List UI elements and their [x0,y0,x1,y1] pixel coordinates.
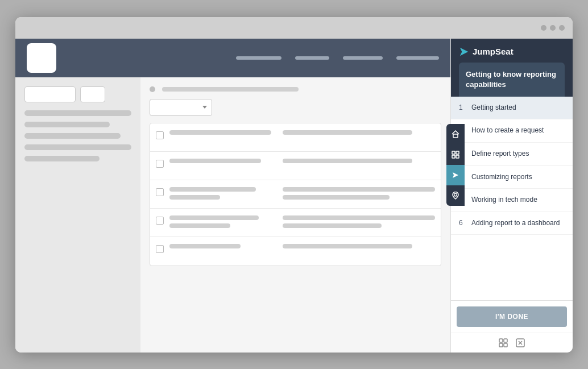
jumpseat-panel: JumpSeat Getting to know reporting capab… [450,39,573,353]
left-sidebar [15,77,140,353]
row-col-1 [169,244,271,248]
row-col-2 [283,130,435,135]
js-steps-list: 1 Getting started 2 How to create a requ… [451,97,573,300]
row-content [169,215,435,228]
step-number: 1 [459,103,467,111]
table-row [150,209,441,237]
svg-point-14 [454,193,457,196]
table-area [140,77,450,353]
cell-bar [169,187,256,192]
row-col-1 [169,159,271,163]
table-row [150,180,441,209]
step-label: Working in tech mode [471,196,537,205]
svg-rect-3 [499,343,503,347]
js-panel-title: Getting to know reporting capabilities [466,69,558,90]
row-col-1 [169,215,271,228]
js-title-box: Getting to know reporting capabilities [459,63,565,97]
sidebar-buttons [24,86,131,102]
row-checkbox[interactable] [156,245,164,253]
nav-link-3[interactable] [343,56,383,60]
row-checkbox[interactable] [156,160,164,168]
location-nav-icon[interactable] [446,185,465,206]
top-nav [15,39,450,77]
nav-link-4[interactable] [396,56,439,60]
svg-rect-9 [452,151,455,154]
sidebar-row-2 [24,122,110,127]
close-icon[interactable] [515,338,525,348]
svg-rect-11 [452,155,455,158]
js-bottom-icons [451,333,573,353]
row-col-2 [283,187,435,200]
step-label: Define report types [471,150,529,159]
cell-bar [283,223,382,228]
table-row [150,237,441,266]
table-row [150,152,441,180]
step-label: Getting started [471,103,516,113]
js-brand: JumpSeat [459,47,565,57]
step-item-1[interactable]: 1 Getting started [451,97,573,120]
row-content [169,130,435,135]
browser-window: JumpSeat Getting to know reporting capab… [15,17,573,353]
jumpseat-logo-icon [459,47,469,57]
row-content [169,187,435,200]
step-number: 6 [459,219,467,227]
row-checkbox[interactable] [156,131,164,139]
cell-bar [169,130,271,135]
nav-link-1[interactable] [236,56,281,60]
cell-bar [283,244,412,248]
nav-link-2[interactable] [295,56,329,60]
browser-chrome [15,17,573,39]
row-checkbox[interactable] [156,217,164,225]
arrow-nav-icon[interactable] [446,165,465,185]
svg-rect-10 [456,151,459,154]
table-search-bar [162,87,299,92]
svg-rect-2 [504,339,507,342]
grid-icon[interactable] [498,338,508,348]
step-label: Customizing reports [471,173,532,182]
step-item-3[interactable]: 3 Define report types [451,143,573,166]
row-col-2 [283,244,435,248]
step-item-2[interactable]: 2 How to create a request [451,119,573,143]
cell-bar [169,244,241,248]
content-area [15,77,450,353]
svg-rect-12 [456,155,459,158]
js-footer: I'M DONE [451,300,573,333]
sidebar-row-4 [24,144,131,150]
sidebar-row-5 [24,156,100,161]
table-top-bar [150,86,441,92]
sidebar-primary-button[interactable] [24,86,76,102]
row-col-1 [169,130,271,135]
sidebar-secondary-button[interactable] [80,86,105,102]
js-header: JumpSeat Getting to know reporting capab… [451,39,573,97]
svg-rect-4 [504,343,507,347]
app-container: JumpSeat Getting to know reporting capab… [15,39,573,353]
cell-bar [283,159,412,163]
browser-dots [541,25,565,31]
svg-marker-0 [460,47,468,55]
row-col-1 [169,187,271,200]
browser-dot-2 [550,25,556,31]
svg-marker-13 [453,172,458,178]
grid-nav-icon[interactable] [446,144,465,165]
step-item-5[interactable]: 5 Working in tech mode [451,189,573,212]
table-dropdown[interactable] [150,99,212,116]
svg-rect-1 [499,339,503,342]
step-item-6[interactable]: 6 Adding report to a dashboard [451,212,573,235]
table-row [150,123,441,152]
step-label: Adding report to a dashboard [471,219,560,228]
cell-bar [283,215,435,220]
cell-bar [169,195,220,200]
sidebar-row-3 [24,133,121,139]
row-checkbox[interactable] [156,188,164,196]
home-nav-icon[interactable] [446,124,465,144]
nav-logo [27,43,56,73]
js-brand-name: JumpSeat [473,47,514,56]
cell-bar [169,215,259,220]
step-item-4[interactable]: 4 Customizing reports [451,166,573,189]
cell-bar [169,223,230,228]
done-button[interactable]: I'M DONE [457,306,567,327]
row-col-2 [283,159,435,163]
browser-dot-3 [559,25,565,31]
svg-rect-8 [453,134,458,138]
row-content [169,159,435,163]
